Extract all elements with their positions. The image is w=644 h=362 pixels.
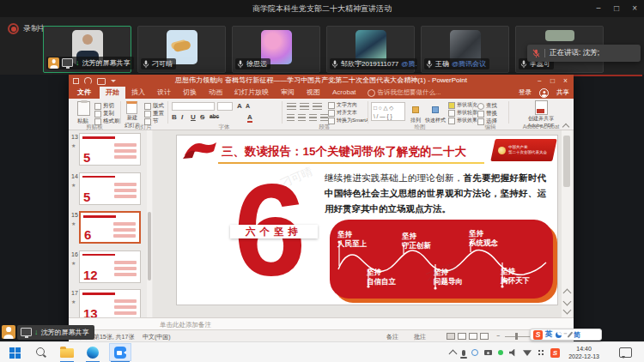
- tab-2[interactable]: 插入: [125, 87, 151, 99]
- notification-icon[interactable]: [619, 347, 632, 358]
- text-direction-button[interactable]: 文字方向: [328, 101, 357, 109]
- indent-icon[interactable]: [313, 103, 322, 110]
- layout-button[interactable]: 版式: [144, 102, 164, 110]
- comments-toggle[interactable]: 批注: [414, 333, 426, 341]
- slide-thumbnail-image[interactable]: 5: [79, 172, 141, 205]
- slide-thumbnail-17[interactable]: 17★13: [69, 289, 153, 317]
- tab-file[interactable]: 文件: [69, 87, 100, 99]
- tab-9[interactable]: Acrobat: [326, 87, 362, 99]
- tab-4[interactable]: 切换: [177, 87, 203, 99]
- network-tray-icon[interactable]: [523, 349, 532, 356]
- close-button[interactable]: ×: [632, 0, 637, 17]
- cut-button[interactable]: 剪切: [94, 102, 114, 110]
- font-name-input[interactable]: [172, 102, 215, 111]
- participant-tile[interactable]: 邹欣宇2019111077@腾...: [326, 26, 415, 73]
- maximize-button[interactable]: □: [614, 0, 619, 17]
- notes-pane[interactable]: 单击此处添加备注: [69, 317, 574, 329]
- next-slide-icon[interactable]: [563, 306, 572, 315]
- replace-button[interactable]: 替换: [477, 110, 497, 118]
- ppt-close-button[interactable]: ×: [559, 75, 572, 87]
- copy-button[interactable]: 复制: [94, 110, 114, 118]
- panel-scrollbar[interactable]: [147, 130, 152, 317]
- font-size-input[interactable]: [217, 102, 233, 111]
- camera-tray-icon[interactable]: [484, 350, 492, 355]
- status-dot-icon[interactable]: [498, 350, 503, 355]
- zoom-slider[interactable]: [505, 336, 531, 337]
- slide-thumbnail-image[interactable]: 13: [79, 289, 141, 317]
- font-button-S[interactable]: S: [200, 113, 204, 121]
- numbering-icon[interactable]: [300, 103, 309, 110]
- sign-in-button[interactable]: 登录: [519, 87, 532, 99]
- find-button[interactable]: 查找: [477, 102, 497, 110]
- reset-button[interactable]: 重置: [144, 110, 164, 118]
- slide-thumbnail-image[interactable]: 5: [79, 133, 141, 166]
- tab-6[interactable]: 幻灯片放映: [228, 87, 275, 99]
- slide-thumbnail-image[interactable]: 6: [79, 211, 141, 244]
- bullets-icon[interactable]: [287, 103, 296, 110]
- slide-canvas[interactable]: 三、数读报告：15个关键词带你了解党的二十大 中国共产党第二十次全国代表大会 继…: [176, 135, 558, 305]
- zoom-slider-thumb[interactable]: [515, 333, 518, 340]
- slide-thumbnail-13[interactable]: 13★5: [69, 133, 153, 169]
- justify-icon[interactable]: [320, 114, 328, 121]
- arrange-button[interactable]: 排列: [409, 101, 422, 124]
- meeting-app-icon[interactable]: [114, 347, 126, 359]
- moon-icon[interactable]: [556, 332, 562, 338]
- slide-sorter-view-icon[interactable]: [458, 333, 466, 340]
- sogou-tray-icon[interactable]: S: [550, 348, 560, 358]
- align-text-button[interactable]: 对齐文本: [328, 109, 357, 117]
- notes-toggle[interactable]: 备注: [386, 333, 398, 341]
- search-icon[interactable]: [36, 347, 45, 356]
- ppt-minimize-button[interactable]: −: [533, 75, 546, 87]
- font-button-U[interactable]: U: [191, 113, 196, 121]
- hidden-icons-chevron[interactable]: [449, 350, 458, 359]
- sogou-input-bar[interactable]: S 英 '" 简: [530, 329, 602, 341]
- clock[interactable]: 14:40 2022-12-13: [568, 345, 599, 360]
- input-mode-toggle[interactable]: 英: [545, 329, 553, 340]
- paste-button[interactable]: 粘贴: [77, 101, 90, 125]
- pen-icon[interactable]: [568, 331, 573, 337]
- ppt-maximize-button[interactable]: □: [546, 75, 559, 87]
- sync-tray-icon[interactable]: [471, 349, 478, 356]
- tab-1[interactable]: 开始: [100, 87, 125, 99]
- ime-grid-icon[interactable]: [538, 349, 544, 356]
- sogou-logo-icon[interactable]: S: [533, 330, 543, 340]
- grow-font-button[interactable]: A: [237, 102, 242, 110]
- shrink-font-button[interactable]: A: [246, 103, 250, 109]
- tell-me-box[interactable]: 告诉我您想要做什么...: [368, 87, 441, 99]
- align-left-icon[interactable]: [287, 114, 295, 121]
- slide-thumbnail-image[interactable]: 12: [79, 250, 141, 283]
- quick-styles-button[interactable]: 快速样式: [424, 101, 447, 124]
- align-right-icon[interactable]: [309, 114, 317, 121]
- editor-scrollbar[interactable]: [562, 130, 572, 317]
- shapes-gallery[interactable]: □ ○ △ ◇\ / — { }: [371, 102, 405, 121]
- start-button[interactable]: [9, 347, 15, 353]
- participant-tile[interactable]: 徐思远: [232, 26, 320, 73]
- slide-thumbnail-15[interactable]: 15★6: [69, 211, 153, 247]
- tab-5[interactable]: 动画: [203, 87, 228, 99]
- language-indicator[interactable]: 中文(中国): [143, 333, 171, 341]
- simplified-toggle[interactable]: 简: [574, 330, 580, 340]
- participant-tile[interactable]: 王确@腾讯会议: [421, 26, 509, 73]
- align-center-icon[interactable]: [298, 114, 306, 121]
- font-button-abc[interactable]: abc: [210, 113, 219, 119]
- font-button-B[interactable]: B: [172, 113, 177, 121]
- scroll-up-icon[interactable]: [563, 289, 572, 298]
- minimize-button[interactable]: −: [596, 0, 601, 17]
- tab-7[interactable]: 审阅: [275, 87, 301, 99]
- normal-view-icon[interactable]: [447, 333, 455, 340]
- slideshow-view-icon[interactable]: [480, 333, 489, 340]
- scrollbar-thumb[interactable]: [563, 136, 570, 187]
- font-button-I[interactable]: I: [181, 113, 183, 121]
- slide-thumbnail-16[interactable]: 16★12: [69, 250, 153, 287]
- tab-8[interactable]: 视图: [301, 87, 326, 99]
- mic-tray-icon[interactable]: [462, 350, 465, 356]
- participant-tile[interactable]: 刁可晴: [137, 26, 226, 73]
- volume-tray-icon[interactable]: [509, 349, 517, 357]
- slide-thumbnail-14[interactable]: 14★5: [69, 172, 153, 208]
- tab-3[interactable]: 设计: [151, 87, 177, 99]
- edge-browser-icon[interactable]: [87, 347, 99, 359]
- share-button[interactable]: 共享: [556, 87, 569, 99]
- file-explorer-icon[interactable]: [60, 348, 74, 358]
- reading-view-icon[interactable]: [469, 333, 477, 340]
- font-color-button[interactable]: A: [247, 113, 252, 123]
